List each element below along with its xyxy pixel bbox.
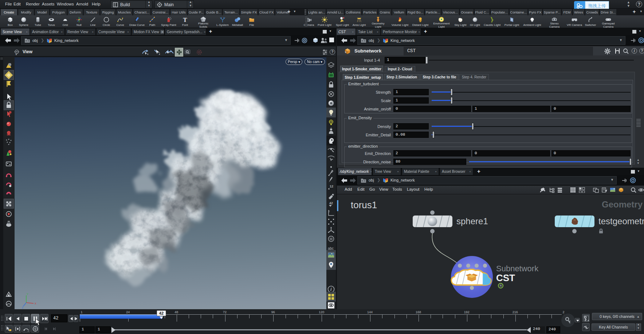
svg-text:▾: ▾	[159, 53, 160, 55]
svg-text:X: X	[35, 302, 36, 305]
svg-text:i: i	[330, 287, 332, 292]
svg-text:T: T	[183, 16, 187, 23]
svg-text:▾: ▾	[147, 53, 149, 55]
svg-text:Y: Y	[27, 293, 28, 295]
svg-text:12: 12	[330, 185, 333, 188]
svg-text:42: 42	[329, 201, 333, 205]
svg-text:Z: Z	[22, 306, 24, 309]
